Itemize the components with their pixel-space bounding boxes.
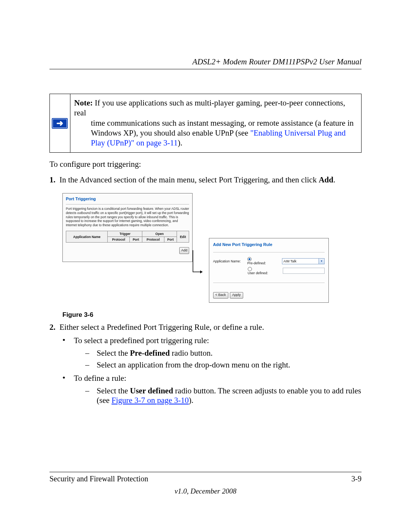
- appname-label: Application Name:: [213, 259, 244, 263]
- step-1-text-a: In the Advanced section of the main menu…: [59, 175, 319, 184]
- note-line2: time communications such as instant mess…: [74, 118, 356, 128]
- chevron-down-icon: ▾: [319, 259, 324, 264]
- th-trigger-protocol: Protocol: [108, 237, 130, 243]
- panelA-desc: Port triggering funcion is a conditional…: [66, 207, 189, 227]
- footer-version: v1.0, December 2008: [49, 487, 362, 495]
- userdefined-radio[interactable]: [248, 267, 252, 271]
- page-footer: Security and Firewall Protection 3-9 v1.…: [49, 472, 362, 495]
- th-open-port: Port: [164, 237, 177, 243]
- footer-chapter: Security and Firewall Protection: [49, 474, 148, 483]
- th-appname: Application Name: [66, 231, 108, 243]
- panelA-title: Port Triggering: [66, 197, 189, 201]
- panelB-hr2: [213, 283, 325, 283]
- intro-para: To configure port triggering:: [49, 160, 362, 169]
- figure-connector: [196, 193, 205, 302]
- bullet-define-text: To define a rule:: [74, 374, 126, 383]
- note-box: ➜ Note: If you use applications such as …: [49, 94, 362, 153]
- note-line1: If you use applications such as multi-pl…: [74, 98, 345, 117]
- back-button[interactable]: < Back: [213, 292, 228, 299]
- arrow-right-icon: ➜: [52, 118, 68, 129]
- apply-button[interactable]: Apply: [230, 292, 243, 299]
- d1a-bold: Pre-defined: [130, 348, 170, 358]
- th-open-protocol: Protocol: [142, 237, 164, 243]
- page-header-title: ADSL2+ Modem Router DM111PSPv2 User Manu…: [49, 57, 362, 67]
- arrow-glyph: ➜: [56, 119, 63, 128]
- header-rule: [49, 69, 362, 69]
- connector-arrow-icon: [191, 193, 206, 281]
- figure-caption: Figure 3-6: [62, 311, 329, 319]
- userdefined-input[interactable]: [283, 268, 325, 274]
- d1a-pre: Select the: [97, 348, 130, 358]
- port-trigger-table: Application Name Trigger Open Edit Proto…: [66, 231, 189, 243]
- add-rule-panel: Add New Port Triggering Rule Application…: [209, 238, 329, 302]
- step-1-text-b: .: [333, 175, 335, 184]
- figure-3-7-link[interactable]: Figure 3-7 on page 3-10: [112, 396, 189, 405]
- step-2-number: 2.: [49, 323, 56, 332]
- th-trigger-port: Port: [129, 237, 142, 243]
- d2a-pre: Select the: [97, 386, 130, 395]
- bullet-predefined: To select a predefined port triggering r…: [62, 336, 362, 370]
- predefined-radio[interactable]: [247, 257, 252, 261]
- figure-3-6: Port Triggering Port triggering funcion …: [62, 193, 329, 318]
- panelB-title: Add New Port Triggering Rule: [213, 242, 325, 247]
- th-open: Open: [142, 231, 177, 237]
- note-line3-prefix: Windows XP), you should also enable UPnP…: [91, 128, 250, 137]
- note-line3-suffix: ).: [178, 138, 182, 147]
- note-label: Note:: [74, 98, 93, 107]
- panelA-hr: [66, 204, 189, 204]
- userdefined-radio-label: User defined:: [248, 271, 274, 275]
- note-text: Note: If you use applications such as mu…: [70, 94, 361, 152]
- bullet-predefined-text: To select a predefined port triggering r…: [74, 336, 209, 345]
- application-select[interactable]: AIM Talk ▾: [282, 258, 325, 264]
- bullet-define: To define a rule: Select the User define…: [62, 374, 362, 405]
- dash-select-app: Select an application from the drop-down…: [85, 360, 362, 370]
- d1a-post: radio button.: [170, 348, 213, 358]
- d2a-bold: User defined: [130, 386, 173, 395]
- step-1-bold: Add: [319, 175, 333, 184]
- th-trigger: Trigger: [108, 231, 142, 237]
- dash-userdef: Select the User defined radio button. Th…: [85, 386, 362, 405]
- note-icon-cell: ➜: [50, 94, 70, 152]
- predefined-radio-label: Pre-defined:: [247, 261, 274, 265]
- step-2-text: Either select a Predefined Port Triggeri…: [59, 323, 264, 332]
- step-1-number: 1.: [49, 175, 56, 184]
- th-edit: Edit: [177, 231, 189, 243]
- panelB-hr: [213, 252, 325, 252]
- footer-rule: [49, 472, 362, 472]
- port-triggering-panel: Port Triggering Port triggering funcion …: [62, 193, 193, 262]
- d2a-end: ).: [189, 396, 193, 405]
- application-select-value: AIM Talk: [284, 259, 296, 264]
- footer-page-number: 3-9: [351, 474, 362, 483]
- dash-predef-radio: Select the Pre-defined radio button.: [85, 348, 362, 358]
- add-button[interactable]: Add: [179, 247, 189, 254]
